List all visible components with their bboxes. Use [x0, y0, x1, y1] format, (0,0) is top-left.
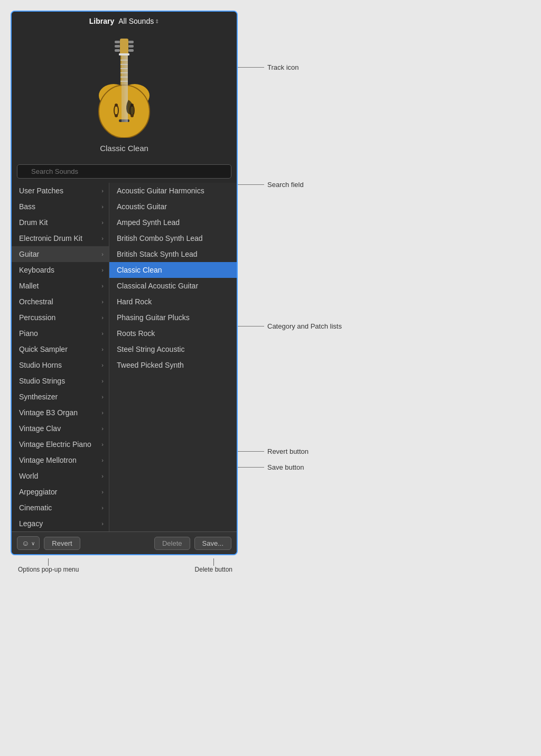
category-patch-label: Category and Patch lists: [267, 322, 342, 330]
patch-item[interactable]: British Combo Synth Lead: [109, 230, 237, 246]
chevron-icon: ›: [101, 409, 104, 416]
category-item[interactable]: Legacy›: [12, 516, 109, 531]
patch-item[interactable]: Phasing Guitar Plucks: [109, 310, 237, 325]
chevron-icon: ›: [101, 505, 104, 511]
chevron-icon: ›: [101, 473, 104, 479]
patch-item[interactable]: Acoustic Guitar Harmonics: [109, 183, 237, 199]
save-annotation: Save button: [238, 463, 304, 471]
chevron-icon: ›: [101, 346, 104, 352]
category-item[interactable]: Piano›: [12, 325, 109, 341]
svg-rect-3: [115, 49, 120, 52]
options-chevron-icon: ∨: [31, 540, 35, 546]
delete-annotation-text: Delete button: [195, 566, 232, 573]
chevron-icon: ›: [101, 203, 104, 210]
revert-annotation: Revert button: [238, 447, 309, 455]
patch-item[interactable]: Amped Synth Lead: [109, 214, 237, 230]
lists-area: User Patches›Bass›Drum Kit›Electronic Dr…: [12, 183, 237, 531]
patch-item[interactable]: Classic Clean: [109, 262, 237, 278]
patch-item[interactable]: British Stack Synth Lead: [109, 246, 237, 262]
chevron-icon: ›: [101, 489, 104, 495]
track-icon: [77, 35, 172, 141]
svg-rect-2: [115, 45, 120, 48]
options-annotation-line: [48, 558, 49, 566]
category-item[interactable]: Arpeggiator›: [12, 484, 109, 500]
svg-point-24: [130, 114, 134, 117]
category-item[interactable]: Electronic Drum Kit›: [12, 230, 109, 246]
chevron-icon: ›: [101, 188, 104, 194]
chevron-icon: ›: [101, 330, 104, 337]
track-icon-annotation: Track icon: [238, 63, 299, 71]
search-field-annotation: Search field: [238, 181, 304, 189]
patch-item[interactable]: Acoustic Guitar: [109, 199, 237, 214]
chevron-icon: ›: [101, 457, 104, 463]
bottom-toolbar: ☺ ∨ Revert Delete Save...: [12, 531, 237, 554]
outer-wrapper: Library All Sounds ⇕: [11, 11, 354, 573]
track-icon-label: Track icon: [267, 63, 299, 71]
category-item[interactable]: Mallet›: [12, 278, 109, 294]
category-item[interactable]: Drum Kit›: [12, 214, 109, 230]
revert-line: [238, 451, 264, 452]
category-item[interactable]: Vintage Mellotron›: [12, 452, 109, 468]
category-item[interactable]: Guitar›: [12, 246, 109, 262]
track-icon-line: [238, 67, 264, 68]
category-item[interactable]: Keyboards›: [12, 262, 109, 278]
category-item[interactable]: Synthesizer›: [12, 389, 109, 405]
category-item[interactable]: Studio Strings›: [12, 373, 109, 389]
svg-point-21: [115, 114, 118, 117]
category-item[interactable]: Quick Sampler›: [12, 341, 109, 357]
options-annotation: Options pop-up menu: [18, 558, 79, 573]
category-item[interactable]: Vintage B3 Organ›: [12, 405, 109, 421]
chevron-icon: ›: [101, 283, 104, 289]
category-item[interactable]: Cinematic›: [12, 500, 109, 516]
options-icon: ☺: [22, 539, 29, 547]
search-input[interactable]: [17, 164, 231, 179]
category-item[interactable]: User Patches›: [12, 183, 109, 199]
options-popup-button[interactable]: ☺ ∨: [17, 536, 40, 550]
svg-rect-1: [115, 41, 120, 43]
category-item[interactable]: Bass›: [12, 199, 109, 214]
search-field-line: [238, 184, 264, 185]
search-field-label: Search field: [267, 181, 304, 189]
category-patch-line: [238, 326, 264, 326]
category-item[interactable]: Studio Horns›: [12, 357, 109, 373]
chevron-icon: ›: [101, 314, 104, 321]
category-item[interactable]: Vintage Clav›: [12, 421, 109, 436]
patch-item[interactable]: Steel String Acoustic: [109, 341, 237, 357]
revert-label: Revert button: [267, 447, 309, 455]
revert-button[interactable]: Revert: [44, 537, 80, 550]
bottom-labels-row: Options pop-up menu Delete button: [11, 555, 238, 573]
patch-list: Acoustic Guitar HarmonicsAcoustic Guitar…: [109, 183, 237, 531]
patch-item[interactable]: Hard Rock: [109, 294, 237, 310]
right-annotations: Track icon Search field Category and Pat…: [238, 11, 354, 486]
guitar-area: Classic Clean: [12, 30, 237, 160]
patch-item[interactable]: Classical Acoustic Guitar: [109, 278, 237, 294]
save-button[interactable]: Save...: [194, 537, 231, 550]
svg-rect-7: [119, 53, 129, 55]
save-label: Save button: [267, 463, 304, 471]
chevron-icon: ›: [101, 251, 104, 257]
library-panel: Library All Sounds ⇕: [11, 11, 238, 555]
chevron-icon: ›: [101, 520, 104, 527]
chevron-icon: ›: [101, 362, 104, 368]
patch-item[interactable]: Roots Rock: [109, 325, 237, 341]
category-item[interactable]: Vintage Electric Piano›: [12, 436, 109, 452]
chevron-icon: ›: [101, 267, 104, 273]
track-name: Classic Clean: [100, 144, 148, 153]
delete-button[interactable]: Delete: [154, 537, 190, 550]
category-item[interactable]: World›: [12, 468, 109, 484]
category-item[interactable]: Orchestral›: [12, 294, 109, 310]
chevron-icon: ›: [101, 441, 104, 447]
chevron-icon: ›: [101, 378, 104, 384]
svg-rect-4: [128, 41, 134, 43]
all-sounds-dropdown[interactable]: All Sounds ⇕: [118, 17, 159, 25]
chevron-icon: ›: [101, 219, 104, 226]
category-item[interactable]: Percussion›: [12, 310, 109, 325]
dropdown-label: All Sounds: [118, 17, 154, 25]
patch-item[interactable]: Tweed Picked Synth: [109, 357, 237, 373]
svg-point-20: [115, 104, 118, 107]
search-area: 🔍 ∨: [12, 160, 237, 183]
library-title: Library: [89, 17, 114, 25]
chevron-icon: ›: [101, 298, 104, 305]
guitar-svg: [82, 38, 166, 138]
options-annotation-text: Options pop-up menu: [18, 566, 79, 573]
